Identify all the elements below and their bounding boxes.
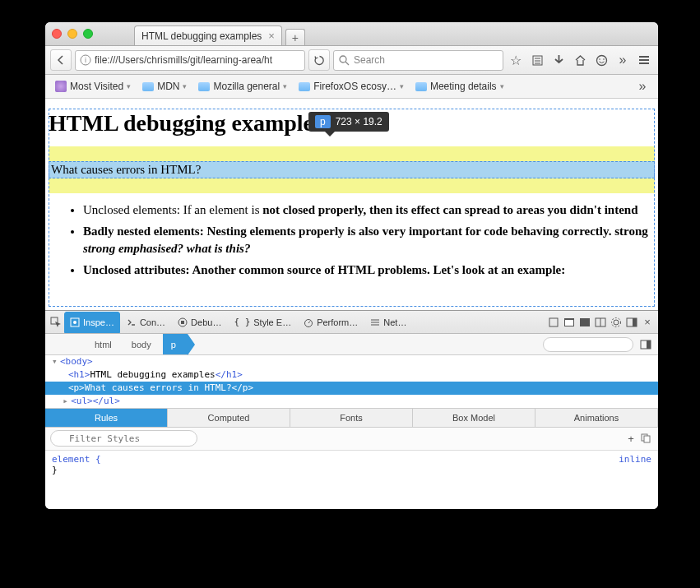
svg-point-31 bbox=[612, 317, 621, 326]
subtab-fonts[interactable]: Fonts bbox=[290, 409, 413, 427]
close-tab-icon[interactable]: × bbox=[268, 30, 275, 42]
inspected-p-element: What causes errors in HTML? bbox=[49, 161, 655, 178]
svg-rect-37 bbox=[644, 436, 650, 442]
bookmark-most-visited[interactable]: Most Visited ▾ bbox=[52, 79, 134, 94]
hamburger-menu-button[interactable] bbox=[635, 51, 653, 69]
smiley-button[interactable] bbox=[592, 51, 610, 69]
svg-rect-33 bbox=[633, 318, 637, 326]
tab-title: HTML debugging examples bbox=[141, 30, 262, 42]
devtools-settings-button[interactable] bbox=[609, 315, 624, 330]
bookmarks-overflow-button[interactable]: » bbox=[633, 77, 651, 95]
browser-tab-active[interactable]: HTML debugging examples × bbox=[134, 25, 282, 45]
star-button[interactable]: ☆ bbox=[507, 51, 525, 69]
svg-point-2 bbox=[340, 56, 346, 63]
add-rule-button[interactable]: + bbox=[624, 431, 638, 446]
content-list: Unclosed elements: If an element is not … bbox=[83, 201, 655, 278]
subtab-computed[interactable]: Computed bbox=[168, 409, 290, 427]
titlebar: HTML debugging examples × + bbox=[45, 22, 658, 46]
dock-side-button[interactable] bbox=[624, 315, 639, 330]
bookmark-label: Most Visited bbox=[70, 81, 123, 92]
devtools-tab-network[interactable]: Net… bbox=[364, 312, 412, 333]
frame-icon bbox=[548, 317, 559, 328]
responsive-mode-button[interactable] bbox=[546, 315, 561, 330]
inspector-icon bbox=[70, 317, 80, 327]
chevron-down-icon: ▾ bbox=[127, 82, 131, 90]
dom-node-ul[interactable]: ▸<ul></ul> bbox=[45, 395, 658, 408]
svg-rect-18 bbox=[181, 321, 184, 324]
search-icon bbox=[339, 55, 350, 66]
copy-icon bbox=[640, 433, 651, 444]
split-console-button[interactable] bbox=[593, 315, 608, 330]
close-window-button[interactable] bbox=[52, 29, 62, 39]
devtools-tab-debugger[interactable]: Debu… bbox=[172, 312, 227, 333]
network-icon bbox=[370, 317, 380, 327]
devtools-close-button[interactable]: × bbox=[640, 315, 655, 330]
minimize-window-button[interactable] bbox=[67, 29, 77, 39]
dom-node-body[interactable]: ▾<body> bbox=[45, 355, 658, 368]
rule-source[interactable]: inline bbox=[619, 454, 651, 507]
styles-subtabs: Rules Computed Fonts Box Model Animation… bbox=[45, 408, 658, 428]
svg-point-16 bbox=[73, 321, 76, 324]
svg-point-8 bbox=[596, 55, 606, 65]
chevron-down-icon: ▾ bbox=[183, 82, 187, 90]
window-icon bbox=[563, 317, 575, 328]
devtools-tab-performance[interactable]: Perform… bbox=[298, 312, 364, 333]
pane-toggle-button[interactable] bbox=[638, 337, 653, 352]
bookmark-label: Meeting details bbox=[430, 81, 497, 92]
svg-line-20 bbox=[308, 321, 310, 323]
paintbrush-button[interactable] bbox=[577, 315, 592, 330]
bookmark-firefoxos[interactable]: FirefoxOS ecosy… ▾ bbox=[295, 79, 407, 94]
devtools-tab-inspector[interactable]: Inspe… bbox=[64, 312, 120, 333]
breadcrumb-bar: html body p bbox=[45, 334, 658, 355]
list-item: Unclosed elements: If an element is not … bbox=[83, 201, 655, 218]
subtab-animations[interactable]: Animations bbox=[535, 409, 658, 427]
traffic-lights bbox=[52, 29, 93, 39]
chevron-down-icon: ▾ bbox=[283, 82, 287, 90]
reader-button[interactable] bbox=[528, 51, 546, 69]
svg-line-3 bbox=[345, 62, 349, 65]
home-button[interactable] bbox=[571, 51, 589, 69]
devtools-tab-console[interactable]: Con… bbox=[121, 312, 171, 333]
split-icon bbox=[595, 317, 606, 328]
chevron-down-icon: ▾ bbox=[500, 82, 504, 90]
toolbar: i file:///Users/chrismills/git/learning-… bbox=[45, 46, 658, 75]
devtools-tab-style-editor[interactable]: { } Style E… bbox=[228, 312, 297, 333]
search-placeholder: Search bbox=[354, 54, 385, 66]
scratchpad-button[interactable] bbox=[562, 315, 577, 330]
styles-body: element { } inline bbox=[45, 451, 658, 510]
rule-block[interactable]: element { } bbox=[52, 454, 101, 507]
dom-node-p-selected[interactable]: <p>What causes errors in HTML?</p> bbox=[45, 382, 658, 395]
reload-button[interactable] bbox=[308, 49, 330, 71]
pick-element-button[interactable] bbox=[49, 315, 63, 330]
pane-icon bbox=[640, 339, 651, 350]
bookmark-meeting-details[interactable]: Meeting details ▾ bbox=[412, 79, 508, 94]
back-button[interactable] bbox=[50, 49, 72, 71]
breadcrumb-search[interactable] bbox=[543, 337, 633, 352]
braces-icon: { } bbox=[234, 317, 250, 327]
filter-styles-input[interactable] bbox=[50, 430, 197, 447]
dom-node-h1[interactable]: <h1>HTML debugging examples</h1> bbox=[45, 368, 658, 382]
downloads-button[interactable] bbox=[549, 51, 568, 69]
breadcrumb-html[interactable]: html bbox=[86, 334, 123, 354]
bookmark-label: MDN bbox=[157, 81, 179, 92]
debugger-icon bbox=[178, 317, 188, 327]
search-bar[interactable]: Search bbox=[333, 50, 503, 71]
reload-icon bbox=[314, 55, 325, 66]
element-size-tooltip: p 723 × 19.2 bbox=[308, 112, 389, 132]
list-item: Badly nested elements: Nesting elements … bbox=[83, 223, 655, 257]
gear-icon bbox=[610, 317, 622, 328]
url-text: file:///Users/chrismills/git/learning-ar… bbox=[95, 54, 300, 66]
new-tab-button[interactable]: + bbox=[285, 29, 305, 45]
copy-styles-button[interactable] bbox=[638, 431, 653, 446]
overflow-button[interactable]: » bbox=[614, 51, 632, 69]
url-bar[interactable]: i file:///Users/chrismills/git/learning-… bbox=[75, 50, 305, 71]
dom-tree[interactable]: ▾<body> <h1>HTML debugging examples</h1>… bbox=[45, 355, 658, 408]
bookmark-label: Mozilla general bbox=[213, 81, 280, 92]
bookmark-mdn[interactable]: MDN ▾ bbox=[139, 79, 190, 94]
subtab-rules[interactable]: Rules bbox=[45, 409, 168, 427]
maximize-window-button[interactable] bbox=[83, 29, 93, 39]
bookmark-mozilla-general[interactable]: Mozilla general ▾ bbox=[195, 79, 290, 94]
subtab-box-model[interactable]: Box Model bbox=[413, 409, 535, 427]
dock-icon bbox=[626, 317, 637, 328]
download-icon bbox=[553, 54, 565, 67]
